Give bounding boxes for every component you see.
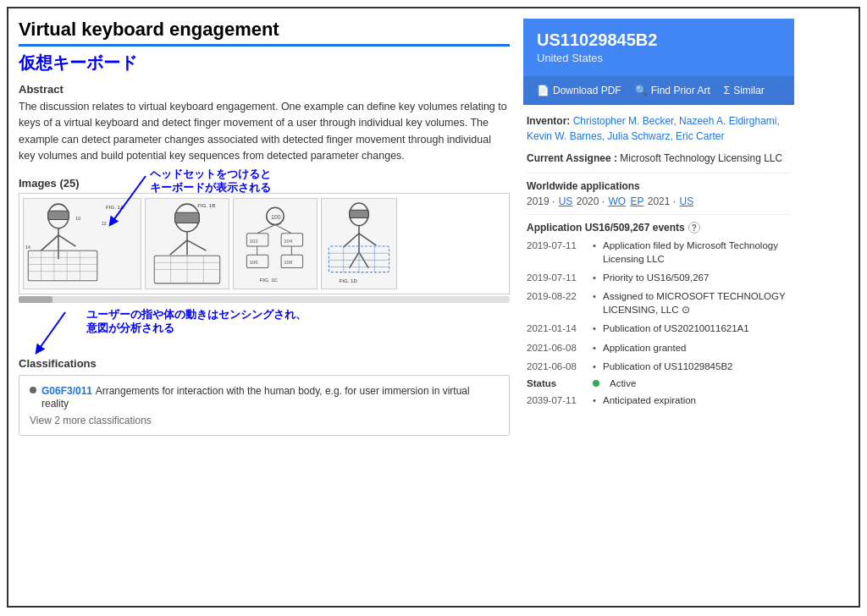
svg-rect-51 <box>350 210 368 217</box>
year-2020-wo-link[interactable]: WO <box>608 195 626 207</box>
right-panel: US11029845B2 United States 📄 Download PD… <box>523 19 794 596</box>
japanese-title: 仮想キーボード <box>19 52 510 74</box>
year-2019-us-link[interactable]: US <box>559 195 573 207</box>
event-row-1: 2019-07-11 • Application filed by Micros… <box>527 239 791 266</box>
svg-text:102: 102 <box>249 237 258 243</box>
patent-country: United States <box>537 52 781 64</box>
classifications-label: Classifications <box>19 357 510 370</box>
patent-header: US11029845B2 United States <box>523 19 794 76</box>
status-value: Active <box>610 378 636 388</box>
action-buttons: 📄 Download PDF 🔍 Find Prior Art Σ Simila… <box>523 76 794 105</box>
assignee-value: Microsoft Technology Licensing LLC <box>620 152 782 164</box>
patent-image-4[interactable]: FIG. 1D <box>321 198 397 289</box>
svg-text:FIG. 1B: FIG. 1B <box>197 202 215 208</box>
arrow-top-icon <box>103 176 154 227</box>
pdf-icon: 📄 <box>537 85 549 96</box>
svg-rect-33 <box>234 199 317 289</box>
worldwide-links: 2019 · US 2020 · WO EP 2021 · US <box>527 195 791 207</box>
images-section: Images (25) ヘッドセットをつけるとキーボードが表示される <box>19 177 510 349</box>
svg-text:106: 106 <box>249 259 258 265</box>
status-dot <box>593 380 599 387</box>
inventor-label: Inventor: <box>527 115 570 127</box>
status-label: Status <box>527 378 586 388</box>
abstract-text: The discussion relates to virtual keyboa… <box>19 99 510 165</box>
svg-text:FIG. 1D: FIG. 1D <box>340 277 358 283</box>
event-row-5: 2021-06-08 • Application granted <box>527 341 791 355</box>
svg-text:10: 10 <box>75 216 80 221</box>
event-row-2: 2019-07-11 • Priority to US16/509,267 <box>527 271 791 284</box>
prior-art-icon: 🔍 <box>635 85 648 96</box>
events-label: Application US16/509,267 events ? <box>527 222 791 234</box>
classification-box: G06F3/011 Arrangements for interaction w… <box>19 375 510 436</box>
patent-image-2[interactable]: FIG. 1B <box>145 198 229 289</box>
patent-number: US11029845B2 <box>537 30 781 50</box>
expiry-row: 2039-07-11 • Anticipated expiration <box>527 393 791 407</box>
assignee-label: Current Assignee : <box>527 152 617 164</box>
similar-button[interactable]: Σ Similar <box>721 83 768 98</box>
help-icon[interactable]: ? <box>688 222 700 234</box>
patent-image-3[interactable]: 100 102 104 106 108 <box>233 198 318 289</box>
images-strip: FIG. 1A 12 10 14 <box>19 193 510 294</box>
worldwide-label: Worldwide applications <box>527 180 791 192</box>
svg-text:14: 14 <box>25 245 30 250</box>
download-pdf-button[interactable]: 📄 Download PDF <box>533 83 625 98</box>
svg-line-66 <box>38 312 65 350</box>
annotation-bottom-text: ユーザーの指や体の動きはセンシングされ、意図が分析される <box>86 308 306 335</box>
svg-rect-22 <box>175 212 200 223</box>
year-2020-ep-link[interactable]: EP <box>630 195 643 207</box>
event-row-3: 2019-08-22 • Assigned to MICROSOFT TECHN… <box>527 289 791 316</box>
svg-line-1 <box>112 176 146 223</box>
svg-text:104: 104 <box>284 237 293 243</box>
page-title: Virtual keyboard engagement <box>19 19 510 47</box>
assignee-row: Current Assignee : Microsoft Technology … <box>527 151 791 166</box>
event-row-4: 2021-01-14 • Publication of US2021001162… <box>527 322 791 335</box>
svg-text:FIG. 1C: FIG. 1C <box>260 276 279 282</box>
similar-icon: Σ <box>724 85 730 96</box>
view-more-link[interactable]: View 2 more classifications <box>30 415 499 426</box>
svg-rect-4 <box>48 211 69 219</box>
inventor-row: Inventor: Christopher M. Becker, Nazeeh … <box>527 113 791 144</box>
event-row-6: 2021-06-08 • Publication of US11029845B2 <box>527 360 791 373</box>
classification-desc: Arrangements for interaction with the hu… <box>41 385 470 410</box>
svg-text:100: 100 <box>271 214 281 221</box>
classifications-section: Classifications G06F3/011 Arrangements f… <box>19 357 510 436</box>
year-2021-us-link[interactable]: US <box>679 195 693 207</box>
image-scrollbar[interactable] <box>19 296 510 303</box>
classification-code[interactable]: G06F3/011 <box>41 385 92 397</box>
abstract-label: Abstract <box>19 83 510 96</box>
main-content: Virtual keyboard engagement 仮想キーボード Abst… <box>19 19 510 596</box>
classification-dot <box>30 387 36 393</box>
status-row: Status Active <box>527 378 791 388</box>
classification-item: G06F3/011 Arrangements for interaction w… <box>30 384 499 410</box>
svg-text:108: 108 <box>284 259 293 265</box>
annotation-top-text: ヘッドセットをつけるとキーボードが表示される <box>150 168 271 195</box>
find-prior-art-button[interactable]: 🔍 Find Prior Art <box>632 83 714 98</box>
arrow-bottom-icon <box>31 308 82 355</box>
